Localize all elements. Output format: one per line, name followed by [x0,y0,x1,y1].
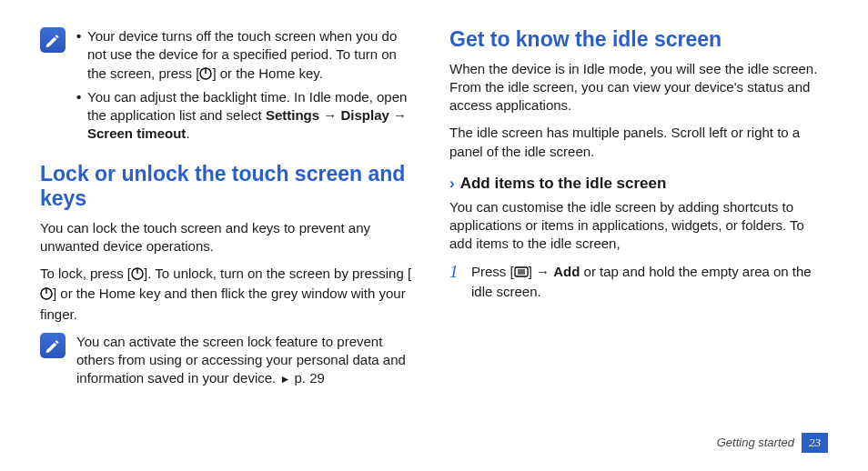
text: . [186,125,189,141]
note-icon [40,333,66,358]
left-column: • Your device turns off the touch screen… [40,27,419,401]
text: ]. To unlock, turn on the screen by pres… [144,266,411,281]
step-number: 1 [449,263,462,282]
note-bullet: • Your device turns off the touch screen… [76,27,419,85]
chevron-right-icon: › [449,174,455,195]
xref-arrow-icon: ► [279,373,290,386]
text: To lock, press [ [40,266,131,281]
subheading-text: Add items to the idle screen [460,174,667,195]
chapter-name: Getting started [717,435,794,451]
page-footer: Getting started 23 [717,433,828,453]
text: ] → [529,264,554,279]
section-heading: Get to know the idle screen [449,27,828,53]
power-icon [199,66,212,85]
note-icon [40,27,66,53]
menu-path-item: Display [340,107,389,123]
note-bullet: • You can adjust the backlight time. In … [76,88,419,144]
step: 1 Press [] → Add or tap and hold the emp… [449,263,828,302]
paragraph: The idle screen has multiple panels. Scr… [449,124,828,161]
paragraph: When the device is in Idle mode, you wil… [449,60,828,115]
menu-path-item: Screen timeout [87,125,186,141]
paragraph: You can lock the touch screen and keys t… [40,219,419,256]
arrow-icon: → [323,107,337,123]
power-icon [131,266,144,285]
menu-icon [514,265,529,283]
bullet-dot: • [76,27,87,45]
bullet-dot: • [76,88,87,106]
arrow-icon: → [393,107,407,123]
text: ] or the Home key. [212,65,322,81]
bold-text: Add [553,264,580,279]
text: Press [ [471,264,514,279]
note-bottom: You can activate the screen lock feature… [40,333,419,388]
xref: p. 29 [295,370,325,386]
right-column: Get to know the idle screen When the dev… [449,27,828,401]
paragraph: To lock, press []. To unlock, turn on th… [40,265,419,324]
paragraph: You can customise the idle screen by add… [449,198,828,254]
section-heading: Lock or unlock the touch screen and keys [40,162,419,212]
note-top: • Your device turns off the touch screen… [40,27,419,147]
power-icon [40,286,53,305]
text: ] or the Home key and then flick the gre… [40,286,406,321]
page-number: 23 [802,433,828,453]
text: You can activate the screen lock feature… [76,334,406,386]
menu-path-item: Settings [266,107,319,123]
subheading: › Add items to the idle screen [449,174,828,195]
